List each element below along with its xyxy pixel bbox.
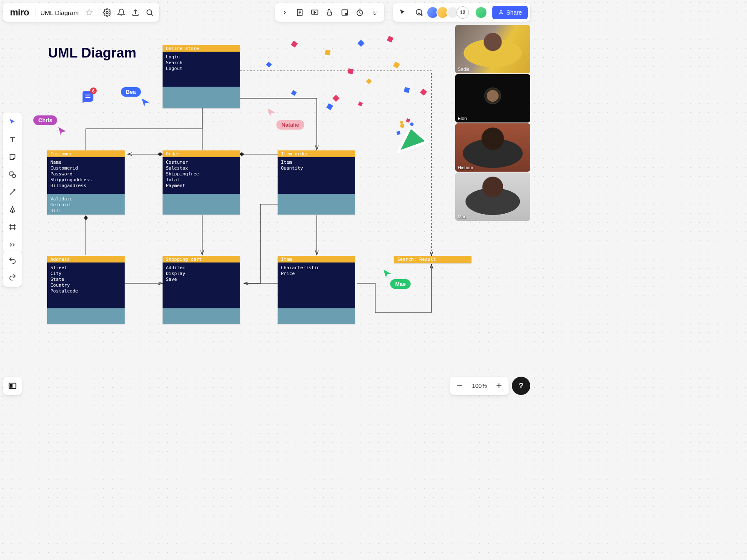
minimap-toggle[interactable] [3, 377, 22, 395]
svg-point-15 [416, 10, 421, 15]
video-tile[interactable]: Sadie [455, 25, 530, 73]
svg-point-3 [410, 122, 414, 126]
undo-icon[interactable] [5, 253, 20, 268]
comment-icon [85, 95, 90, 98]
help-button[interactable]: ? [512, 377, 530, 395]
video-name: Sadie [458, 67, 469, 72]
page-title: UML Diagram [48, 45, 136, 61]
timer-icon[interactable] [353, 5, 367, 20]
uml-footer-pad [278, 308, 355, 324]
uml-footer-pad [163, 308, 240, 324]
video-name: Mae [458, 214, 466, 219]
left-toolbar [3, 112, 22, 254]
uml-title: Order [163, 150, 240, 157]
video-name: Hisham [458, 165, 473, 170]
uml-footer-pad [47, 308, 125, 324]
uml-body: Name Customerid Password Shippingaddress… [47, 157, 125, 194]
zoom-level[interactable]: 100% [469, 382, 490, 389]
bell-icon[interactable] [114, 5, 128, 20]
private-icon[interactable] [338, 5, 352, 20]
more-tools-icon[interactable] [5, 238, 20, 252]
redo-icon[interactable] [5, 270, 20, 284]
notes-icon[interactable] [293, 5, 307, 20]
cursor-pointer-mae [383, 269, 392, 278]
svg-point-14 [376, 12, 376, 12]
share-button[interactable]: Share [492, 6, 528, 19]
uml-body: Street City State Country Postalcode [47, 262, 125, 308]
uml-footer-pad [278, 194, 355, 215]
cursor-label-chris: Chris [33, 115, 57, 125]
avatar-self[interactable] [475, 6, 487, 19]
board-name[interactable]: UML Diagram [37, 9, 82, 16]
svg-point-10 [346, 13, 347, 15]
more-icon[interactable] [368, 5, 382, 20]
text-tool-icon[interactable] [5, 132, 20, 147]
svg-point-13 [374, 12, 375, 12]
uml-item[interactable]: Item Characteristic Price [278, 256, 355, 324]
video-tile[interactable]: Hisham [455, 123, 530, 172]
line-tool-icon[interactable] [5, 185, 20, 199]
svg-point-6 [147, 10, 152, 15]
svg-point-0 [400, 124, 404, 128]
party-popper-sticker[interactable] [388, 112, 434, 158]
top-left-toolbar: miro UML Diagram [3, 3, 159, 22]
vote-icon[interactable] [323, 5, 337, 20]
uml-body: Item Quantity [278, 157, 355, 194]
divider [35, 8, 35, 18]
uml-address[interactable]: Address Street City State Country Postal… [47, 256, 125, 324]
cursor-pointer-natalie [267, 108, 276, 117]
select-tool-icon[interactable] [5, 115, 20, 129]
zoom-in-icon[interactable] [492, 379, 506, 393]
uml-order[interactable]: Order Costumer Salestax Shippingfree Tot… [163, 150, 240, 215]
search-icon[interactable] [143, 5, 157, 20]
export-icon[interactable] [128, 5, 143, 20]
sticky-tool-icon[interactable] [5, 150, 20, 164]
cursor-pointer-chris [58, 127, 68, 136]
shape-tool-icon[interactable] [5, 168, 20, 182]
uml-shopping-cart[interactable]: Shopping cart Additem Display Save [163, 256, 240, 324]
svg-point-12 [373, 12, 374, 12]
cursor-label-bea: Bea [121, 87, 141, 97]
star-icon[interactable] [82, 5, 96, 20]
uml-footer-pad [163, 87, 240, 108]
frame-tool-icon[interactable] [5, 220, 20, 234]
miro-logo[interactable]: miro [6, 7, 33, 18]
svg-rect-4 [399, 120, 404, 125]
present-icon[interactable] [308, 5, 322, 20]
svg-point-18 [12, 174, 15, 178]
uml-foot: Validate Getcard Bill [47, 194, 125, 215]
svg-rect-20 [10, 384, 13, 387]
undo-redo-toolbar [3, 251, 22, 287]
reactions-icon[interactable] [412, 5, 426, 20]
comment-count: 6 [90, 88, 97, 94]
svg-rect-2 [396, 131, 401, 135]
uml-title: Customer [47, 150, 125, 157]
top-center-toolbar [275, 3, 384, 22]
svg-rect-1 [406, 118, 410, 122]
comment-badge[interactable]: 6 [83, 91, 93, 102]
video-tile[interactable]: Mae [455, 172, 530, 221]
uml-footer-pad [163, 194, 240, 215]
uml-title: Shopping cart [163, 256, 240, 262]
cursor-pointer-bea [142, 98, 151, 108]
uml-search[interactable]: Search: Result [394, 256, 471, 263]
svg-point-16 [500, 10, 502, 12]
zoom-out-icon[interactable] [453, 379, 467, 393]
uml-online-store[interactable]: Online store Login Search Logout [163, 45, 240, 108]
pen-tool-icon[interactable] [5, 202, 20, 217]
svg-point-5 [106, 12, 108, 14]
chevron-right-icon[interactable] [278, 5, 292, 20]
uml-title: Address [47, 256, 125, 262]
video-tile[interactable]: Elon [455, 74, 530, 122]
cursor-label-natalie: Natalie [276, 120, 304, 130]
cursor-follow-icon[interactable] [396, 5, 410, 20]
uml-title: Item [278, 256, 355, 262]
uml-item-order[interactable]: Item order Item Quantity [278, 150, 355, 215]
avatar-stack[interactable]: 12 [429, 6, 469, 19]
uml-customer[interactable]: Customer Name Customerid Password Shippi… [47, 150, 125, 215]
top-right-toolbar: 12 Share [393, 3, 530, 22]
uml-title: Online store [163, 45, 240, 52]
avatar-overflow-count[interactable]: 12 [456, 6, 469, 19]
zoom-toolbar: 100% [450, 377, 509, 395]
settings-icon[interactable] [100, 5, 114, 20]
